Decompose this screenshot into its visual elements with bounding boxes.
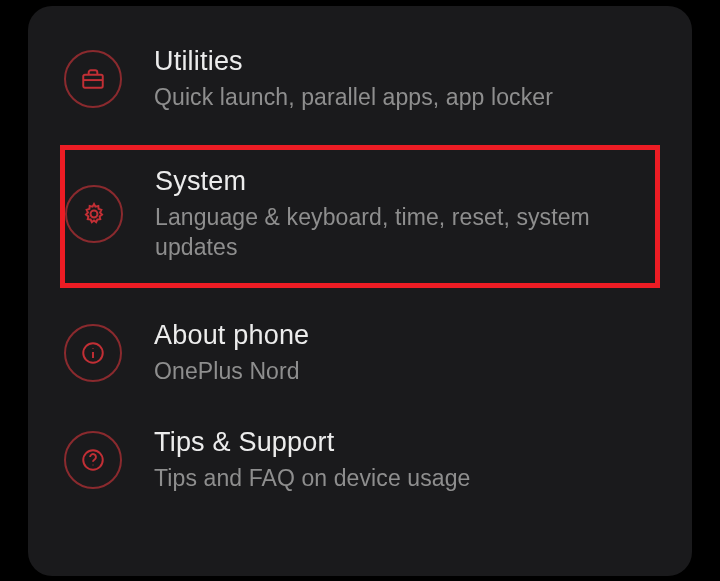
settings-item-tips-support[interactable]: Tips & Support Tips and FAQ on device us… (28, 407, 692, 514)
settings-panel: Utilities Quick launch, parallel apps, a… (28, 6, 692, 576)
settings-item-title: About phone (154, 320, 648, 351)
settings-item-utilities[interactable]: Utilities Quick launch, parallel apps, a… (28, 26, 692, 133)
settings-item-title: Tips & Support (154, 427, 648, 458)
settings-item-subtitle: Language & keyboard, time, reset, system… (155, 203, 643, 263)
settings-item-text: Utilities Quick launch, parallel apps, a… (154, 46, 648, 113)
settings-item-subtitle: Quick launch, parallel apps, app locker (154, 83, 648, 113)
info-icon (64, 324, 122, 382)
settings-item-title: System (155, 166, 643, 197)
settings-item-system[interactable]: System Language & keyboard, time, reset,… (60, 145, 660, 288)
settings-item-text: About phone OnePlus Nord (154, 320, 648, 387)
settings-item-about-phone[interactable]: About phone OnePlus Nord (28, 300, 692, 407)
toolbox-icon (64, 50, 122, 108)
settings-item-subtitle: OnePlus Nord (154, 357, 648, 387)
settings-item-text: Tips & Support Tips and FAQ on device us… (154, 427, 648, 494)
svg-point-2 (91, 211, 98, 218)
help-icon (64, 431, 122, 489)
settings-item-subtitle: Tips and FAQ on device usage (154, 464, 648, 494)
settings-item-text: System Language & keyboard, time, reset,… (155, 166, 643, 263)
settings-item-title: Utilities (154, 46, 648, 77)
gear-icon (65, 185, 123, 243)
svg-rect-0 (83, 75, 103, 88)
